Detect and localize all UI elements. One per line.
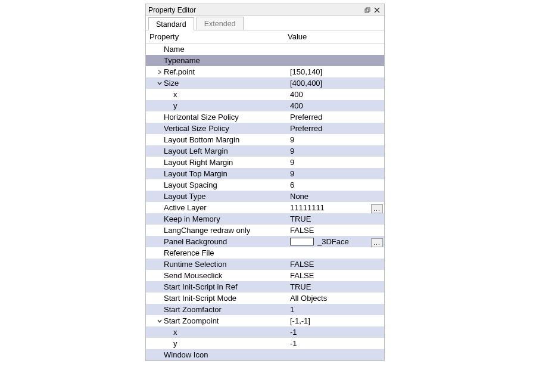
property-label: Layout Right Margin [164,158,233,167]
property-row[interactable]: Typename [146,55,384,66]
tab-label: Standard [156,20,186,29]
property-label: Layout Left Margin [164,147,228,155]
property-label: Layout Spacing [164,181,217,189]
property-cell: LangChange redraw only [146,226,284,235]
value-cell[interactable]: 9 [284,158,384,167]
close-button[interactable] [372,5,382,15]
ellipsis-button[interactable]: ... [371,238,383,247]
property-cell: Size [146,79,284,88]
property-cell: Layout Spacing [146,181,284,189]
value-cell[interactable]: 1 [284,305,384,314]
value-text: All Objects [290,294,327,303]
property-row[interactable]: Start Zoomfactor1 [146,304,384,315]
property-row[interactable]: Ref.point[150,140] [146,66,384,77]
property-label: Name [164,45,185,54]
property-row[interactable]: LangChange redraw onlyFALSE [146,225,384,236]
chevron-down-icon[interactable] [155,81,164,86]
property-row[interactable]: Size[400,400] [146,77,384,89]
value-cell[interactable]: _3DFace... [284,237,384,246]
property-label: Ref.point [164,67,195,76]
value-cell[interactable]: Preferred [284,113,384,122]
property-row[interactable]: Layout Spacing6 [146,179,384,191]
value-cell[interactable]: 400 [284,101,384,110]
property-label: Send Mouseclick [164,271,222,280]
value-cell[interactable]: 6 [284,181,384,189]
property-row[interactable]: Horizontal Size PolicyPreferred [146,111,384,123]
property-label: Runtime Selection [164,260,227,269]
value-text: None [290,192,308,201]
property-cell: y [146,101,284,110]
property-label: Horizontal Size Policy [164,113,239,122]
property-row[interactable]: y-1 [146,338,384,349]
value-text: 400 [290,101,303,110]
titlebar: Property Editor [146,4,384,16]
value-cell[interactable]: FALSE [284,226,384,235]
property-label: y [173,339,177,348]
ellipsis-button[interactable]: ... [371,204,383,213]
property-row[interactable]: Start Zoompoint[-1,-1] [146,315,384,326]
property-row[interactable]: Layout Right Margin9 [146,157,384,168]
property-cell: Runtime Selection [146,260,284,269]
value-cell[interactable]: [400,400] [284,79,384,88]
value-text: [-1,-1] [290,316,310,325]
property-row[interactable]: Reference File [146,247,384,259]
chevron-down-icon[interactable] [155,319,164,323]
value-cell[interactable]: FALSE [284,260,384,269]
value-cell[interactable]: 9 [284,169,384,178]
tab-standard[interactable]: Standard [148,17,194,30]
value-cell[interactable]: FALSE [284,271,384,280]
value-cell[interactable]: [-1,-1] [284,316,384,325]
property-row[interactable]: Keep in MemoryTRUE [146,213,384,225]
property-label: Panel Background [164,237,227,246]
property-label: Size [164,79,179,88]
property-row[interactable]: Send MouseclickFALSE [146,270,384,281]
value-text: 400 [290,90,303,99]
value-text: [150,140] [290,67,322,76]
value-cell[interactable]: 9 [284,147,384,155]
value-cell[interactable]: 400 [284,90,384,99]
property-row[interactable]: Vertical Size PolicyPreferred [146,123,384,134]
value-cell[interactable]: [150,140] [284,67,384,76]
property-row[interactable]: Runtime SelectionFALSE [146,259,384,270]
property-label: y [173,101,177,110]
property-row[interactable]: x-1 [146,326,384,338]
property-row[interactable]: Panel Background_3DFace... [146,236,384,247]
property-cell: Active Layer [146,203,284,212]
property-row[interactable]: Name [146,43,384,55]
value-text: Preferred [290,124,322,133]
property-row[interactable]: x400 [146,89,384,100]
value-cell[interactable]: Preferred [284,124,384,133]
property-row[interactable]: Layout Bottom Margin9 [146,134,384,145]
property-row[interactable]: Layout TypeNone [146,191,384,202]
value-cell[interactable]: -1 [284,328,384,337]
property-cell: x [146,90,284,99]
property-cell: Layout Right Margin [146,158,284,167]
header-property[interactable]: Property [146,32,284,41]
value-cell[interactable]: All Objects [284,294,384,303]
property-row[interactable]: Window Icon [146,349,384,360]
value-cell[interactable]: None [284,192,384,201]
tab-extended[interactable]: Extended [197,17,244,30]
property-cell: x [146,328,284,337]
property-label: Start Init-Script Mode [164,294,236,303]
property-cell: Send Mouseclick [146,271,284,280]
property-row[interactable]: Layout Left Margin9 [146,145,384,157]
header-value[interactable]: Value [284,32,384,41]
property-row[interactable]: Layout Top Margin9 [146,168,384,179]
svg-rect-1 [366,8,370,11]
value-cell[interactable]: 9 [284,135,384,144]
value-text: -1 [290,328,297,337]
tabs: Standard Extended [146,16,384,30]
property-row[interactable]: Active Layer11111111... [146,202,384,213]
chevron-right-icon[interactable] [155,70,164,74]
value-cell[interactable]: 11111111... [284,203,384,212]
undock-button[interactable] [363,5,372,15]
value-cell[interactable]: TRUE [284,214,384,223]
property-cell: Panel Background [146,237,284,246]
value-cell[interactable]: -1 [284,339,384,348]
property-row[interactable]: y400 [146,100,384,111]
value-cell[interactable]: TRUE [284,282,384,291]
property-label: Keep in Memory [164,214,220,223]
property-row[interactable]: Start Init-Script ModeAll Objects [146,293,384,304]
property-row[interactable]: Start Init-Script in RefTRUE [146,281,384,293]
